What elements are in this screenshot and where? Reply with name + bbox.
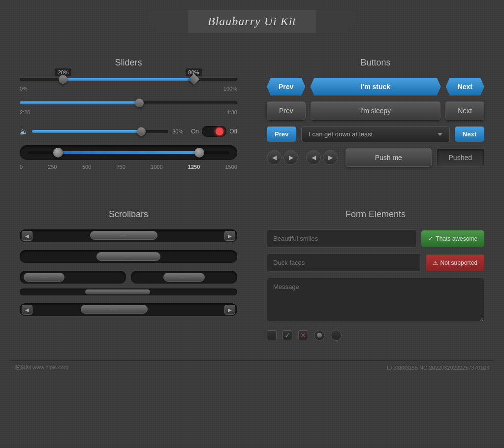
scrollbar-inner-5: ··· (32, 305, 224, 315)
next-button-blue[interactable]: Next (455, 127, 484, 142)
sleepy-button[interactable]: I'm sleepy (311, 101, 441, 120)
radio-empty[interactable] (331, 330, 342, 341)
nav-left-2[interactable]: ◀ (306, 150, 321, 165)
scrollbar-col-wrap-1: ··· ··· (20, 271, 237, 284)
slider-track-1: 20% 80% (20, 78, 237, 81)
badge-green-text: Thats awesome (436, 235, 477, 242)
scrollbar-thumb-h5[interactable]: ··· (81, 305, 148, 314)
buttons-section: Buttons Prev I'm stuck Next Prev I'm sle… (257, 48, 494, 190)
banner-title: Blaubarry Ui Kit (188, 10, 316, 33)
scrollbar-btn-right-1[interactable]: ▶ (224, 231, 235, 241)
toggle-dot (216, 128, 223, 135)
badge-red: ⚠ Not supported (426, 255, 484, 271)
slider-track-2 (20, 101, 237, 104)
scrollbar-thumb-h1[interactable]: ··· (90, 231, 158, 240)
scrollbar-track-h3: ··· (20, 271, 126, 284)
btn-row-1: Prev I'm stuck Next (267, 78, 484, 96)
next-button-hex[interactable]: Next (446, 78, 484, 96)
message-textarea[interactable] (267, 278, 484, 322)
slider-group-1: 20% 80% 0% 100% (20, 78, 237, 92)
dropdown-arrow (438, 133, 442, 136)
scrollbars-title: Scrollbars (20, 209, 237, 220)
range-thumb-left[interactable] (53, 148, 63, 158)
range-track (28, 151, 229, 154)
form-section: Form Elements ✓ Thats awesome ⚠ Not supp… (257, 199, 494, 351)
volume-slider-wrap (32, 125, 168, 138)
dropdown-text: I can get down at least (309, 130, 373, 138)
marker-1500: 1500 (225, 164, 237, 170)
slider2-max: 4:30 (227, 109, 237, 115)
slider-thumb-time[interactable] (135, 98, 144, 107)
slider4-markers: 0 250 500 750 1000 1250 1500 (20, 164, 237, 170)
sliders-section: Sliders 20% 80% (10, 48, 247, 190)
ribbon-left (149, 11, 188, 32)
textarea-wrap (267, 278, 484, 324)
buttons-title: Buttons (267, 58, 484, 68)
volume-row: 🔈 80% On Off (20, 125, 237, 138)
btn-row-2: Prev I'm sleepy Next (267, 101, 484, 120)
nav-pair-2: ◀ ▶ (306, 150, 338, 165)
slider-group-2: 2:20 4:30 (20, 101, 237, 115)
radio-filled[interactable] (314, 330, 325, 341)
stuck-button[interactable]: I'm stuck (310, 78, 441, 96)
nav-right-1[interactable]: ▶ (284, 150, 298, 165)
marker-500: 500 (82, 164, 91, 170)
btn-row-4: ◀ ▶ ◀ ▶ Push me Pushed (267, 148, 484, 167)
prev-button-gray[interactable]: Prev (267, 101, 306, 120)
banner-wrap: Blaubarry Ui Kit (10, 10, 494, 33)
toggle-wrap: On Off (191, 126, 237, 137)
prev-button-blue[interactable]: Prev (267, 127, 296, 142)
scrollbar-col-1: ··· (20, 271, 126, 284)
input-duck[interactable] (267, 254, 421, 272)
footer-left: 眩享网 www.nipic.com (15, 364, 68, 371)
prev-button-hex[interactable]: Prev (267, 78, 305, 96)
range-slider-wrap (20, 145, 237, 160)
marker-1250: 1250 (188, 164, 200, 170)
scrollbar-track-h4: ··· (131, 271, 237, 284)
next-button-gray[interactable]: Next (445, 101, 484, 120)
form-row-2: ⚠ Not supported (267, 254, 484, 272)
push-me-button[interactable]: Push me (346, 148, 432, 167)
toggle-off-label: Off (229, 128, 237, 135)
input-smiles[interactable] (267, 229, 416, 248)
scrollbar-h-1: ◀ ··· ▶ (20, 229, 237, 242)
slider-fill-2 (20, 101, 139, 104)
scrollbar-btn-right-5[interactable]: ▶ (224, 305, 235, 315)
range-thumb-right[interactable] (194, 148, 204, 158)
pushed-button[interactable]: Pushed (437, 148, 484, 167)
nav-left-1[interactable]: ◀ (267, 150, 282, 165)
scrollbar-btn-left-1[interactable]: ◀ (22, 231, 32, 241)
checkmark-icon: ✓ (428, 235, 433, 242)
slider2-min: 2:20 (20, 109, 30, 115)
marker-750: 750 (117, 164, 126, 170)
toggle-on-label: On (191, 128, 199, 135)
scrollbar-thumb-h3[interactable]: ··· (24, 273, 64, 282)
banner-ribbon: Blaubarry Ui Kit (149, 10, 355, 33)
checkbox-checked[interactable]: ✓ (283, 330, 292, 340)
slider1-max: 100% (223, 86, 237, 92)
checkboxes-row: ✓ ✕ (267, 330, 484, 341)
ribbon-right (316, 11, 355, 32)
sliders-title: Sliders (20, 58, 237, 68)
scrollbar-btn-left-5[interactable]: ◀ (22, 305, 32, 315)
marker-0: 0 (20, 164, 23, 170)
slider-fill-1 (63, 78, 193, 81)
checkbox-unchecked[interactable] (267, 330, 277, 340)
toggle-switch[interactable] (202, 126, 226, 137)
checkbox-x[interactable]: ✕ (298, 330, 308, 340)
badge-green: ✓ Thats awesome (421, 230, 484, 247)
slider-thumb-1[interactable] (59, 75, 67, 84)
range-fill (58, 151, 199, 154)
slider1-range-labels: 0% 100% (20, 86, 237, 92)
slider-thumb-vol[interactable] (137, 127, 146, 136)
form-title: Form Elements (267, 209, 484, 220)
volume-pct: 80% (172, 128, 187, 134)
scrollbar-thumb-h2[interactable]: ··· (96, 252, 160, 261)
slider-fill-vol (32, 130, 141, 133)
nav-right-2[interactable]: ▶ (323, 150, 338, 165)
slider2-range-labels: 2:20 4:30 (20, 109, 237, 115)
scrollbar-thumb-h4[interactable]: ··· (163, 273, 204, 282)
dropdown-button[interactable]: I can get down at least (301, 126, 450, 142)
scrollbar-thin-thumb[interactable] (85, 289, 151, 294)
form-row-1: ✓ Thats awesome (267, 229, 484, 248)
